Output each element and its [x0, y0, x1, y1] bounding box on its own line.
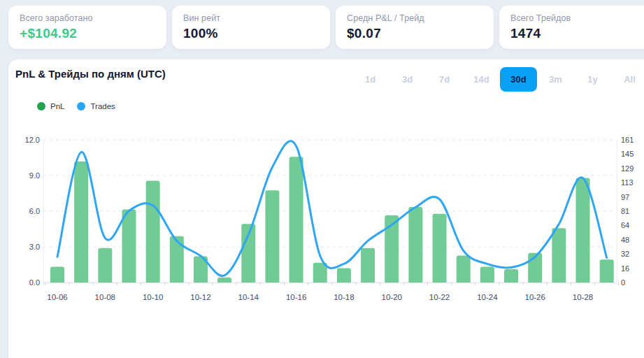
stat-value: $0.07: [347, 26, 482, 41]
range-button-1d[interactable]: 1d: [352, 67, 389, 92]
stat-value: 1474: [510, 26, 644, 41]
stat-label: Средн P&L / Трейд: [347, 13, 482, 23]
stat-label: Всего Трейдов: [510, 13, 644, 23]
legend-label: Trades: [90, 102, 115, 110]
legend-item-trades[interactable]: Trades: [77, 102, 115, 110]
legend-label: PnL: [50, 102, 64, 110]
legend-item-pnl[interactable]: PnL: [37, 102, 64, 110]
stat-card-total-trades: Всего Трейдов 1474: [499, 6, 644, 49]
stat-card-win-rate: Вин рейт 100%: [172, 6, 330, 49]
pnl-dot-icon: [37, 102, 45, 110]
stat-card-avg-pnl: Средн P&L / Трейд $0.07: [336, 6, 494, 49]
trades-dot-icon: [77, 102, 85, 110]
stats-row: Всего заработано +$104.92 Вин рейт 100% …: [8, 6, 644, 49]
range-button-all[interactable]: All: [611, 67, 644, 92]
stat-label: Вин рейт: [183, 13, 319, 23]
stat-label: Всего заработано: [20, 13, 155, 23]
range-button-1y[interactable]: 1y: [574, 67, 611, 92]
range-button-14d[interactable]: 14d: [463, 67, 500, 92]
range-button-3d[interactable]: 3d: [389, 67, 426, 92]
range-button-7d[interactable]: 7d: [426, 67, 463, 92]
stat-value: 100%: [183, 26, 319, 41]
pnl-chart-card: PnL & Трейды по дням (UTC) 1d 3d 7d 14d …: [8, 59, 644, 358]
range-selector: 1d 3d 7d 14d 30d 3m 1y All: [352, 67, 644, 92]
range-button-30d[interactable]: 30d: [500, 67, 537, 92]
chart-title: PnL & Трейды по дням (UTC): [15, 68, 166, 80]
range-button-3m[interactable]: 3m: [537, 67, 574, 92]
stat-value: +$104.92: [20, 26, 155, 41]
chart-legend: PnL Trades: [37, 102, 115, 110]
trading-dashboard: Всего заработано +$104.92 Вин рейт 100% …: [0, 0, 644, 358]
stat-card-total-earned: Всего заработано +$104.92: [8, 6, 166, 49]
